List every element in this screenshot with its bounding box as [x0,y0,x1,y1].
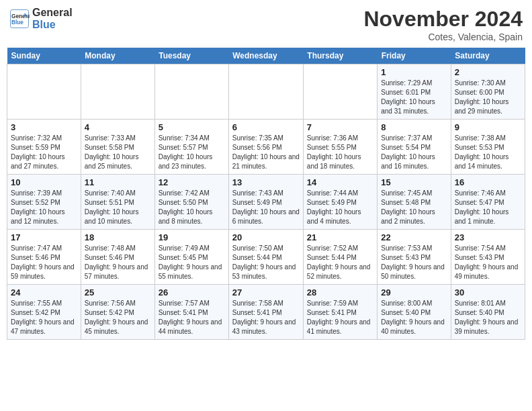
calendar-cell: 17Sunrise: 7:47 AM Sunset: 5:46 PM Dayli… [7,230,81,285]
logo-icon: General Blue [9,9,30,29]
day-info: Sunrise: 7:55 AM Sunset: 5:42 PM Dayligh… [11,299,77,336]
day-number: 3 [11,122,77,132]
day-info: Sunrise: 7:37 AM Sunset: 5:54 PM Dayligh… [381,134,447,171]
header-day: Tuesday [154,48,228,64]
calendar-cell: 22Sunrise: 7:53 AM Sunset: 5:43 PM Dayli… [378,230,451,285]
page-header: General Blue General Blue November 2024 … [7,7,525,42]
calendar-cell: 14Sunrise: 7:44 AM Sunset: 5:49 PM Dayli… [303,175,377,230]
header-day: Sunday [7,48,81,64]
day-number: 1 [381,67,447,77]
calendar-cell [154,64,228,120]
calendar-row: 17Sunrise: 7:47 AM Sunset: 5:46 PM Dayli… [7,230,525,285]
calendar-cell: 19Sunrise: 7:49 AM Sunset: 5:45 PM Dayli… [154,230,228,285]
calendar-cell: 18Sunrise: 7:48 AM Sunset: 5:46 PM Dayli… [81,230,154,285]
day-info: Sunrise: 7:46 AM Sunset: 5:47 PM Dayligh… [455,189,521,226]
calendar-cell: 12Sunrise: 7:42 AM Sunset: 5:50 PM Dayli… [154,175,228,230]
header-row: SundayMondayTuesdayWednesdayThursdayFrid… [7,48,525,64]
day-info: Sunrise: 7:44 AM Sunset: 5:49 PM Dayligh… [307,189,373,226]
header-day: Friday [378,48,451,64]
calendar-cell: 28Sunrise: 7:59 AM Sunset: 5:41 PM Dayli… [303,285,377,340]
day-info: Sunrise: 7:47 AM Sunset: 5:46 PM Dayligh… [11,244,77,281]
calendar-cell: 5Sunrise: 7:34 AM Sunset: 5:57 PM Daylig… [154,120,228,175]
day-number: 30 [455,287,521,298]
header-day: Saturday [451,48,525,64]
day-info: Sunrise: 7:35 AM Sunset: 5:56 PM Dayligh… [232,134,300,171]
day-info: Sunrise: 8:01 AM Sunset: 5:40 PM Dayligh… [455,299,521,336]
calendar-row: 3Sunrise: 7:32 AM Sunset: 5:59 PM Daylig… [7,120,525,175]
logo: General Blue General Blue [9,7,73,30]
calendar-body: 1Sunrise: 7:29 AM Sunset: 6:01 PM Daylig… [7,64,525,340]
logo-general: General [32,7,73,19]
day-info: Sunrise: 7:49 AM Sunset: 5:45 PM Dayligh… [159,244,225,281]
calendar-row: 24Sunrise: 7:55 AM Sunset: 5:42 PM Dayli… [7,285,525,340]
day-number: 13 [232,177,300,187]
day-number: 10 [11,177,77,187]
calendar-cell: 9Sunrise: 7:38 AM Sunset: 5:53 PM Daylig… [451,120,525,175]
day-info: Sunrise: 7:48 AM Sunset: 5:46 PM Dayligh… [85,244,151,281]
calendar-cell: 23Sunrise: 7:54 AM Sunset: 5:43 PM Dayli… [451,230,525,285]
day-number: 15 [381,177,447,187]
day-info: Sunrise: 7:54 AM Sunset: 5:43 PM Dayligh… [455,244,521,281]
header-day: Wednesday [228,48,303,64]
calendar-cell: 16Sunrise: 7:46 AM Sunset: 5:47 PM Dayli… [451,175,525,230]
calendar-cell: 3Sunrise: 7:32 AM Sunset: 5:59 PM Daylig… [7,120,81,175]
location: Cotes, Valencia, Spain [363,32,523,42]
day-info: Sunrise: 7:32 AM Sunset: 5:59 PM Dayligh… [11,134,77,171]
day-number: 8 [381,122,447,132]
calendar-cell: 6Sunrise: 7:35 AM Sunset: 5:56 PM Daylig… [228,120,303,175]
day-number: 22 [381,232,447,242]
day-number: 14 [307,177,373,187]
header-day: Monday [81,48,154,64]
day-info: Sunrise: 7:42 AM Sunset: 5:50 PM Dayligh… [159,189,225,226]
day-info: Sunrise: 7:38 AM Sunset: 5:53 PM Dayligh… [455,134,521,171]
day-number: 19 [159,232,225,242]
day-info: Sunrise: 7:40 AM Sunset: 5:51 PM Dayligh… [85,189,151,226]
calendar-cell: 21Sunrise: 7:52 AM Sunset: 5:44 PM Dayli… [303,230,377,285]
calendar-cell: 7Sunrise: 7:36 AM Sunset: 5:55 PM Daylig… [303,120,377,175]
calendar-cell: 4Sunrise: 7:33 AM Sunset: 5:58 PM Daylig… [81,120,154,175]
day-number: 5 [159,122,225,132]
day-number: 23 [455,232,521,242]
day-info: Sunrise: 7:39 AM Sunset: 5:52 PM Dayligh… [11,189,77,226]
day-number: 20 [232,232,300,242]
svg-text:Blue: Blue [11,19,24,25]
calendar-cell: 20Sunrise: 7:50 AM Sunset: 5:44 PM Dayli… [228,230,303,285]
day-info: Sunrise: 7:56 AM Sunset: 5:42 PM Dayligh… [85,299,151,336]
day-number: 16 [455,177,521,187]
calendar-cell: 2Sunrise: 7:30 AM Sunset: 6:00 PM Daylig… [451,64,525,120]
day-info: Sunrise: 7:36 AM Sunset: 5:55 PM Dayligh… [307,134,373,171]
calendar-cell: 27Sunrise: 7:58 AM Sunset: 5:41 PM Dayli… [228,285,303,340]
day-number: 9 [455,122,521,132]
day-number: 29 [381,287,447,298]
calendar-table: SundayMondayTuesdayWednesdayThursdayFrid… [7,48,525,340]
day-info: Sunrise: 7:52 AM Sunset: 5:44 PM Dayligh… [307,244,373,281]
day-number: 21 [307,232,373,242]
calendar-cell: 1Sunrise: 7:29 AM Sunset: 6:01 PM Daylig… [378,64,451,120]
calendar-cell [81,64,154,120]
day-info: Sunrise: 7:34 AM Sunset: 5:57 PM Dayligh… [159,134,225,171]
calendar-cell: 29Sunrise: 8:00 AM Sunset: 5:40 PM Dayli… [378,285,451,340]
day-number: 17 [11,232,77,242]
day-info: Sunrise: 7:53 AM Sunset: 5:43 PM Dayligh… [381,244,447,281]
day-number: 12 [159,177,225,187]
day-number: 25 [85,287,151,298]
day-number: 4 [85,122,151,132]
day-number: 11 [85,177,151,187]
logo-blue: Blue [32,19,73,31]
day-info: Sunrise: 7:29 AM Sunset: 6:01 PM Dayligh… [381,79,447,116]
calendar-row: 1Sunrise: 7:29 AM Sunset: 6:01 PM Daylig… [7,64,525,120]
calendar-cell [7,64,81,120]
calendar-cell: 15Sunrise: 7:45 AM Sunset: 5:48 PM Dayli… [378,175,451,230]
calendar-cell [228,64,303,120]
calendar-cell [303,64,377,120]
day-info: Sunrise: 7:59 AM Sunset: 5:41 PM Dayligh… [307,299,373,336]
calendar-cell: 8Sunrise: 7:37 AM Sunset: 5:54 PM Daylig… [378,120,451,175]
day-number: 18 [85,232,151,242]
day-info: Sunrise: 7:50 AM Sunset: 5:44 PM Dayligh… [232,244,300,281]
month-title: November 2024 [363,7,523,32]
day-number: 7 [307,122,373,132]
day-number: 24 [11,287,77,298]
header-day: Thursday [303,48,377,64]
day-number: 26 [159,287,225,298]
calendar-cell: 13Sunrise: 7:43 AM Sunset: 5:49 PM Dayli… [228,175,303,230]
